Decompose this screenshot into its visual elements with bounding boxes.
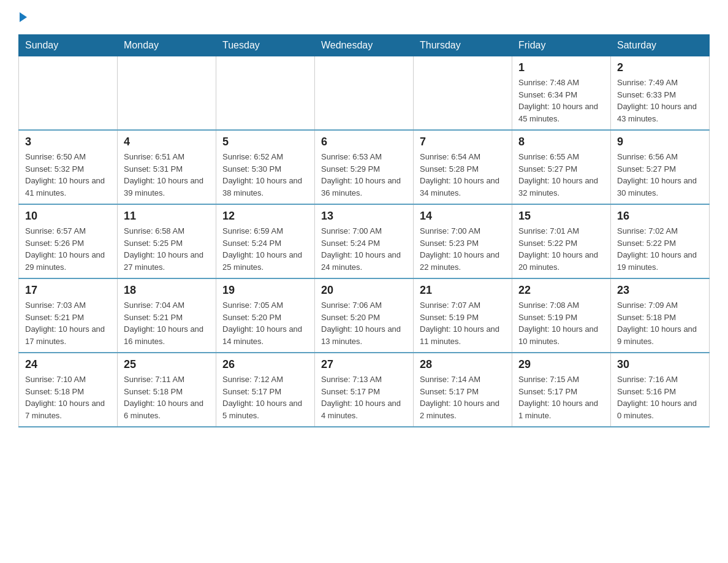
calendar-cell: 4Sunrise: 6:51 AM Sunset: 5:31 PM Daylig…	[118, 130, 216, 204]
day-info: Sunrise: 6:50 AM Sunset: 5:32 PM Dayligh…	[25, 151, 111, 199]
day-info: Sunrise: 7:08 AM Sunset: 5:19 PM Dayligh…	[518, 299, 604, 347]
day-info: Sunrise: 7:15 AM Sunset: 5:17 PM Dayligh…	[518, 373, 604, 421]
calendar-cell: 20Sunrise: 7:06 AM Sunset: 5:20 PM Dayli…	[315, 278, 414, 353]
calendar-cell: 6Sunrise: 6:53 AM Sunset: 5:29 PM Daylig…	[315, 130, 414, 204]
day-info: Sunrise: 7:05 AM Sunset: 5:20 PM Dayligh…	[222, 299, 308, 347]
logo	[18, 12, 27, 22]
calendar-cell: 11Sunrise: 6:58 AM Sunset: 5:25 PM Dayli…	[118, 204, 216, 278]
day-number: 4	[124, 136, 210, 148]
day-number: 13	[321, 210, 407, 223]
day-number: 18	[124, 284, 210, 297]
day-info: Sunrise: 7:48 AM Sunset: 6:34 PM Dayligh…	[518, 77, 604, 124]
day-number: 6	[321, 136, 407, 148]
day-info: Sunrise: 7:10 AM Sunset: 5:18 PM Dayligh…	[25, 373, 111, 421]
day-number: 22	[518, 284, 604, 297]
day-info: Sunrise: 7:07 AM Sunset: 5:19 PM Dayligh…	[420, 299, 506, 347]
calendar-cell: 16Sunrise: 7:02 AM Sunset: 5:22 PM Dayli…	[611, 204, 710, 278]
calendar-cell	[315, 56, 414, 131]
day-number: 1	[518, 61, 604, 74]
day-info: Sunrise: 7:14 AM Sunset: 5:17 PM Dayligh…	[420, 373, 506, 421]
calendar-cell: 8Sunrise: 6:55 AM Sunset: 5:27 PM Daylig…	[512, 130, 611, 204]
day-info: Sunrise: 6:58 AM Sunset: 5:25 PM Dayligh…	[124, 225, 210, 273]
day-number: 14	[420, 210, 506, 223]
day-number: 11	[124, 210, 210, 223]
calendar-table: SundayMondayTuesdayWednesdayThursdayFrid…	[18, 34, 710, 427]
day-number: 19	[222, 284, 308, 297]
calendar-cell: 28Sunrise: 7:14 AM Sunset: 5:17 PM Dayli…	[414, 353, 512, 427]
calendar-cell	[216, 56, 315, 131]
day-info: Sunrise: 7:11 AM Sunset: 5:18 PM Dayligh…	[124, 373, 210, 421]
calendar-week-row: 24Sunrise: 7:10 AM Sunset: 5:18 PM Dayli…	[19, 353, 710, 427]
day-info: Sunrise: 7:02 AM Sunset: 5:22 PM Dayligh…	[617, 225, 703, 273]
calendar-cell: 21Sunrise: 7:07 AM Sunset: 5:19 PM Dayli…	[414, 278, 512, 353]
calendar-header-friday: Friday	[512, 35, 611, 56]
calendar-cell: 25Sunrise: 7:11 AM Sunset: 5:18 PM Dayli…	[118, 353, 216, 427]
day-info: Sunrise: 7:06 AM Sunset: 5:20 PM Dayligh…	[321, 299, 407, 347]
calendar-header-sunday: Sunday	[19, 35, 118, 56]
calendar-cell: 17Sunrise: 7:03 AM Sunset: 5:21 PM Dayli…	[19, 278, 118, 353]
day-number: 7	[420, 136, 506, 148]
day-info: Sunrise: 7:09 AM Sunset: 5:18 PM Dayligh…	[617, 299, 703, 347]
calendar-week-row: 1Sunrise: 7:48 AM Sunset: 6:34 PM Daylig…	[19, 56, 710, 131]
calendar-cell: 29Sunrise: 7:15 AM Sunset: 5:17 PM Dayli…	[512, 353, 611, 427]
logo-arrow-icon	[20, 12, 27, 22]
calendar-week-row: 10Sunrise: 6:57 AM Sunset: 5:26 PM Dayli…	[19, 204, 710, 278]
day-info: Sunrise: 6:52 AM Sunset: 5:30 PM Dayligh…	[222, 151, 308, 199]
calendar-header-wednesday: Wednesday	[315, 35, 414, 56]
day-number: 28	[420, 358, 506, 371]
day-info: Sunrise: 6:51 AM Sunset: 5:31 PM Dayligh…	[124, 151, 210, 199]
day-number: 5	[222, 136, 308, 148]
day-number: 26	[222, 358, 308, 371]
calendar-cell: 7Sunrise: 6:54 AM Sunset: 5:28 PM Daylig…	[414, 130, 512, 204]
calendar-cell: 3Sunrise: 6:50 AM Sunset: 5:32 PM Daylig…	[19, 130, 118, 204]
calendar-header-monday: Monday	[118, 35, 216, 56]
calendar-cell: 22Sunrise: 7:08 AM Sunset: 5:19 PM Dayli…	[512, 278, 611, 353]
calendar-cell: 27Sunrise: 7:13 AM Sunset: 5:17 PM Dayli…	[315, 353, 414, 427]
calendar-header-thursday: Thursday	[414, 35, 512, 56]
day-info: Sunrise: 7:00 AM Sunset: 5:23 PM Dayligh…	[420, 225, 506, 273]
day-info: Sunrise: 7:13 AM Sunset: 5:17 PM Dayligh…	[321, 373, 407, 421]
day-number: 9	[617, 136, 703, 148]
day-info: Sunrise: 6:59 AM Sunset: 5:24 PM Dayligh…	[222, 225, 308, 273]
day-info: Sunrise: 7:01 AM Sunset: 5:22 PM Dayligh…	[518, 225, 604, 273]
day-number: 17	[25, 284, 111, 297]
calendar-cell: 14Sunrise: 7:00 AM Sunset: 5:23 PM Dayli…	[414, 204, 512, 278]
day-number: 29	[518, 358, 604, 371]
day-info: Sunrise: 7:04 AM Sunset: 5:21 PM Dayligh…	[124, 299, 210, 347]
day-info: Sunrise: 7:03 AM Sunset: 5:21 PM Dayligh…	[25, 299, 111, 347]
day-info: Sunrise: 7:16 AM Sunset: 5:16 PM Dayligh…	[617, 373, 703, 421]
day-info: Sunrise: 6:53 AM Sunset: 5:29 PM Dayligh…	[321, 151, 407, 199]
day-number: 25	[124, 358, 210, 371]
day-info: Sunrise: 6:54 AM Sunset: 5:28 PM Dayligh…	[420, 151, 506, 199]
calendar-header-saturday: Saturday	[611, 35, 710, 56]
calendar-cell	[118, 56, 216, 131]
calendar-cell: 1Sunrise: 7:48 AM Sunset: 6:34 PM Daylig…	[512, 56, 611, 131]
day-info: Sunrise: 7:12 AM Sunset: 5:17 PM Dayligh…	[222, 373, 308, 421]
day-number: 10	[25, 210, 111, 223]
day-info: Sunrise: 7:00 AM Sunset: 5:24 PM Dayligh…	[321, 225, 407, 273]
day-number: 24	[25, 358, 111, 371]
day-number: 21	[420, 284, 506, 297]
calendar-week-row: 17Sunrise: 7:03 AM Sunset: 5:21 PM Dayli…	[19, 278, 710, 353]
calendar-cell: 15Sunrise: 7:01 AM Sunset: 5:22 PM Dayli…	[512, 204, 611, 278]
calendar-cell: 13Sunrise: 7:00 AM Sunset: 5:24 PM Dayli…	[315, 204, 414, 278]
calendar-cell: 18Sunrise: 7:04 AM Sunset: 5:21 PM Dayli…	[118, 278, 216, 353]
day-info: Sunrise: 7:49 AM Sunset: 6:33 PM Dayligh…	[617, 77, 703, 124]
day-number: 16	[617, 210, 703, 223]
calendar-cell: 10Sunrise: 6:57 AM Sunset: 5:26 PM Dayli…	[19, 204, 118, 278]
day-info: Sunrise: 6:57 AM Sunset: 5:26 PM Dayligh…	[25, 225, 111, 273]
calendar-cell: 2Sunrise: 7:49 AM Sunset: 6:33 PM Daylig…	[611, 56, 710, 131]
day-number: 27	[321, 358, 407, 371]
calendar-cell: 26Sunrise: 7:12 AM Sunset: 5:17 PM Dayli…	[216, 353, 315, 427]
calendar-cell: 9Sunrise: 6:56 AM Sunset: 5:27 PM Daylig…	[611, 130, 710, 204]
day-number: 8	[518, 136, 604, 148]
calendar-cell	[414, 56, 512, 131]
day-number: 20	[321, 284, 407, 297]
day-number: 15	[518, 210, 604, 223]
day-number: 3	[25, 136, 111, 148]
day-number: 23	[617, 284, 703, 297]
day-number: 30	[617, 358, 703, 371]
calendar-header-tuesday: Tuesday	[216, 35, 315, 56]
calendar-week-row: 3Sunrise: 6:50 AM Sunset: 5:32 PM Daylig…	[19, 130, 710, 204]
calendar-cell: 23Sunrise: 7:09 AM Sunset: 5:18 PM Dayli…	[611, 278, 710, 353]
